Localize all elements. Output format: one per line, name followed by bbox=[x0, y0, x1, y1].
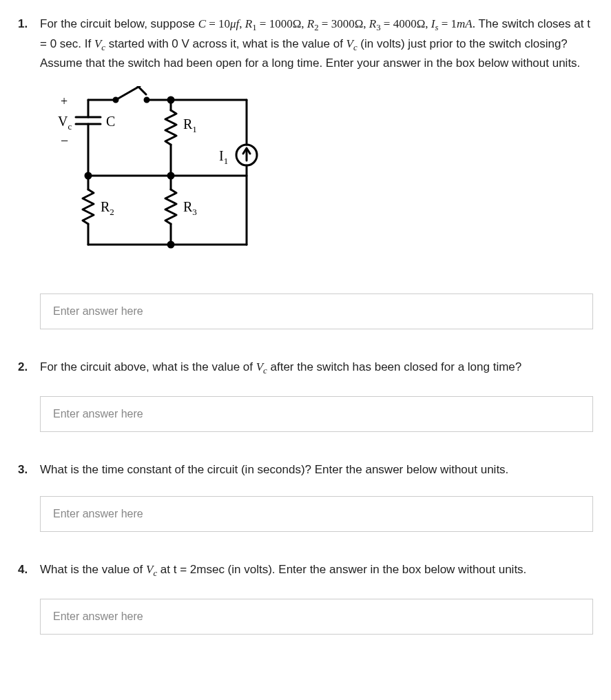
question-3: 3. What is the time constant of the circ… bbox=[18, 461, 593, 533]
question-body: What is the time constant of the circuit… bbox=[40, 461, 593, 533]
question-text: What is the time constant of the circuit… bbox=[40, 461, 593, 479]
question-number: 4. bbox=[18, 561, 40, 635]
c-label: C bbox=[106, 114, 115, 129]
r3-label: R3 bbox=[183, 199, 197, 217]
text-fragment: For the circuit below, suppose bbox=[40, 17, 198, 30]
question-1: 1. For the circuit below, suppose C = 10… bbox=[18, 15, 593, 329]
answer-input-3[interactable] bbox=[40, 496, 593, 532]
r2-label: R2 bbox=[101, 199, 114, 217]
math-params: C = 10μf, R1 = 1000Ω, R2 = 3000Ω, R3 = 4… bbox=[198, 17, 475, 30]
question-4: 4. What is the value of Vc at t = 2msec … bbox=[18, 561, 593, 635]
question-text: For the circuit below, suppose C = 10μf,… bbox=[40, 15, 593, 72]
svg-point-7 bbox=[114, 98, 118, 102]
text-fragment: For the circuit above, what is the value… bbox=[40, 360, 256, 373]
question-text: What is the value of Vc at t = 2msec (in… bbox=[40, 561, 593, 581]
text-fragment: after the switch has been closed for a l… bbox=[267, 360, 521, 373]
vc-label: Vc bbox=[58, 114, 72, 132]
vc-plus-label: + bbox=[61, 94, 68, 108]
svg-line-5 bbox=[116, 86, 140, 100]
i1-label: I1 bbox=[219, 148, 228, 166]
answer-input-4[interactable] bbox=[40, 599, 593, 635]
answer-input-2[interactable] bbox=[40, 396, 593, 432]
circuit-svg: + Vc − C R1 R2 R3 I1 bbox=[40, 86, 274, 265]
text-fragment: What is the value of bbox=[40, 563, 146, 576]
math-vc: Vc bbox=[346, 37, 358, 50]
question-body: For the circuit below, suppose C = 10μf,… bbox=[40, 15, 593, 329]
circuit-diagram: + Vc − C R1 R2 R3 I1 bbox=[40, 86, 593, 271]
text-fragment: started with 0 V across it, what is the … bbox=[105, 37, 346, 50]
svg-line-6 bbox=[138, 86, 146, 94]
math-vc: Vc bbox=[256, 360, 267, 373]
question-body: For the circuit above, what is the value… bbox=[40, 358, 593, 432]
text-fragment: at t = 2msec (in volts). Enter the answe… bbox=[157, 563, 526, 576]
question-2: 2. For the circuit above, what is the va… bbox=[18, 358, 593, 432]
question-text: For the circuit above, what is the value… bbox=[40, 358, 593, 378]
math-vc: Vc bbox=[146, 563, 157, 576]
svg-point-22 bbox=[168, 242, 174, 247]
vc-minus-label: − bbox=[61, 133, 68, 148]
question-number: 3. bbox=[18, 461, 40, 533]
question-body: What is the value of Vc at t = 2msec (in… bbox=[40, 561, 593, 635]
r1-label: R1 bbox=[183, 116, 197, 134]
answer-input-1[interactable] bbox=[40, 294, 593, 329]
question-number: 1. bbox=[18, 15, 40, 329]
question-number: 2. bbox=[18, 358, 40, 432]
math-vc: Vc bbox=[94, 37, 105, 50]
